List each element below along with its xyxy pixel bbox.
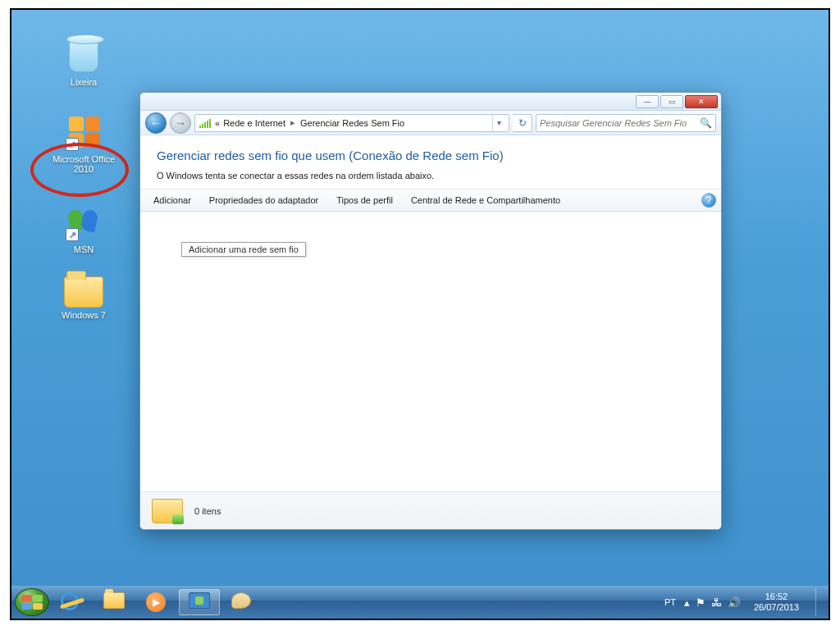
ms-office-icon: ↗: [64, 113, 103, 153]
search-icon[interactable]: 🔍: [699, 116, 712, 130]
clock-date: 26/07/2013: [754, 602, 799, 613]
taskbar-item-control-panel[interactable]: [179, 589, 220, 615]
address-dropdown-button[interactable]: ▾: [492, 114, 505, 132]
nav-back-button[interactable]: ←: [145, 112, 167, 134]
taskbar-item-ie[interactable]: [51, 589, 92, 615]
shortcut-arrow-icon: ↗: [66, 138, 79, 151]
toolbar-network-center-button[interactable]: Central de Rede e Compartilhamento: [403, 192, 568, 208]
explorer-icon: [103, 592, 125, 609]
folder-wifi-icon: [152, 499, 183, 523]
refresh-button[interactable]: ↻: [513, 114, 532, 132]
folder-icon: [64, 269, 103, 308]
shortcut-arrow-icon: ↗: [66, 228, 79, 241]
show-desktop-button[interactable]: [815, 588, 824, 616]
item-count-label: 0 itens: [194, 506, 221, 516]
toolbar-add-button[interactable]: Adicionar: [145, 192, 199, 208]
clock-time: 16:52: [754, 592, 799, 602]
taskbar-item-explorer[interactable]: [94, 589, 135, 615]
system-tray: PT ▴ ⚑ 🖧 🔊 16:52 26/07/2013: [664, 588, 825, 616]
desktop-icon-ms-office[interactable]: ↗ Microsoft Office 2010: [43, 113, 125, 174]
paint-icon: [231, 592, 253, 610]
desktop-icon-label: Lixeira: [43, 77, 125, 87]
desktop-icon-label: MSN: [43, 244, 125, 254]
titlebar[interactable]: — ▭ ✕: [140, 93, 721, 111]
volume-icon[interactable]: 🔊: [728, 596, 741, 609]
network-icon[interactable]: 🖧: [711, 596, 722, 609]
wifi-bars-icon: [199, 116, 212, 130]
wmp-icon: ▶: [146, 592, 166, 612]
breadcrumb-prefix: «: [215, 118, 220, 128]
flag-icon[interactable]: ⚑: [696, 596, 705, 609]
page-title: Gerenciar redes sem fio que usem (Conexã…: [157, 148, 705, 162]
help-button[interactable]: ?: [701, 193, 716, 208]
breadcrumb-part[interactable]: Rede e Internet: [223, 118, 285, 128]
breadcrumb-separator-icon: ▸: [289, 117, 297, 128]
toolbar-adapter-properties-button[interactable]: Propriedades do adaptador: [201, 192, 326, 208]
maximize-button[interactable]: ▭: [660, 95, 683, 108]
clock[interactable]: 16:52 26/07/2013: [749, 592, 804, 613]
close-button[interactable]: ✕: [685, 95, 718, 108]
language-indicator[interactable]: PT: [664, 597, 676, 607]
window-manage-wireless: — ▭ ✕ ← → « Rede e Internet ▸ Gerenciar …: [139, 92, 722, 530]
nav-forward-button[interactable]: →: [170, 112, 191, 134]
address-bar[interactable]: « Rede e Internet ▸ Gerenciar Redes Sem …: [194, 114, 509, 132]
tooltip: Adicionar uma rede sem fio: [181, 242, 306, 257]
window-content: Gerenciar redes sem fio que usem (Conexã…: [140, 135, 721, 529]
page-subtitle: O Windows tenta se conectar a essas rede…: [157, 171, 705, 180]
desktop-icon-recycle-bin[interactable]: Lixeira: [43, 36, 125, 87]
toolbar-profile-types-button[interactable]: Tipos de perfil: [328, 192, 401, 208]
tray-chevron-icon[interactable]: ▴: [684, 596, 690, 609]
control-panel-icon: [189, 592, 210, 609]
search-box[interactable]: 🔍: [536, 114, 716, 132]
command-toolbar: Adicionar Propriedades do adaptador Tipo…: [140, 189, 721, 212]
nav-toolbar: ← → « Rede e Internet ▸ Gerenciar Redes …: [140, 111, 721, 135]
taskbar-item-wmp[interactable]: ▶: [136, 589, 177, 615]
taskbar-item-paint[interactable]: [221, 589, 262, 615]
desktop-icon-label: Windows 7: [43, 310, 125, 320]
start-button[interactable]: [15, 588, 49, 616]
minimize-button[interactable]: —: [636, 95, 659, 108]
desktop-icon-label: Microsoft Office 2010: [43, 154, 125, 174]
recycle-bin-icon: [64, 36, 103, 75]
breadcrumb-part[interactable]: Gerenciar Redes Sem Fio: [300, 118, 404, 128]
desktop-icon-windows7-folder[interactable]: Windows 7: [43, 269, 125, 320]
taskbar: ▶ PT ▴ ⚑ 🖧 🔊 16:52 26/07/2013: [11, 586, 829, 619]
msn-icon: ↗: [64, 203, 103, 243]
ie-icon: [61, 592, 79, 610]
details-pane: 0 itens: [140, 491, 721, 529]
desktop-icon-msn[interactable]: ↗ MSN: [43, 203, 125, 254]
search-input[interactable]: [540, 118, 699, 128]
